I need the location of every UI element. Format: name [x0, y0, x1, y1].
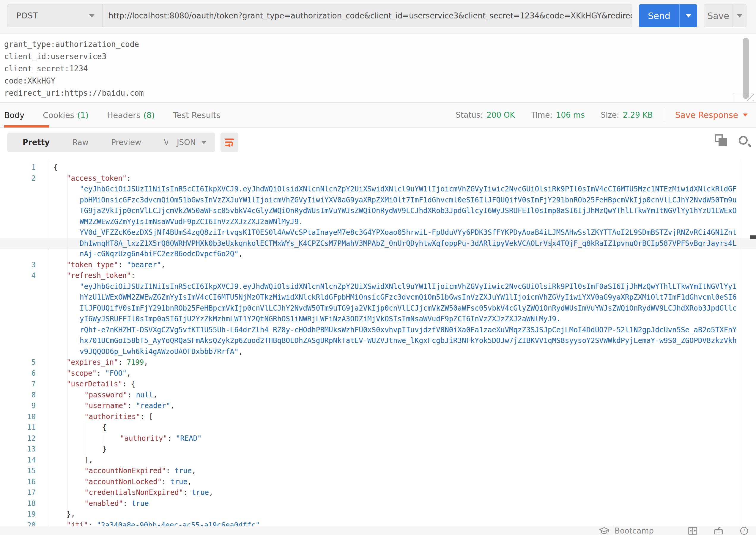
indent-guide — [67, 184, 68, 195]
indent-guide — [67, 422, 68, 433]
code-line[interactable]: Dh1wnqHT8A_lxzZ1X5rQ8OWRHVPHXk0b3eUxkqnk… — [0, 238, 756, 249]
save-options-button[interactable] — [733, 5, 746, 27]
param-line: grant_type:authorization_code — [4, 38, 756, 50]
code-line[interactable]: 1{ — [0, 162, 756, 173]
code-line[interactable]: 5"expires_in": 7199, — [0, 357, 756, 368]
url-input[interactable]: http://localhost:8080/oauth/token?grant_… — [102, 5, 632, 27]
code-line[interactable]: 7"userDetails": { — [0, 379, 756, 390]
tab-headers[interactable]: Headers (8) — [107, 111, 155, 120]
scrollbar-thumb[interactable] — [743, 38, 749, 99]
code-line[interactable]: yI6WyJSRUFEIl0sImp0aSI6IjU2YzZkMzhmLWI1Y… — [0, 314, 756, 324]
indent-guide — [67, 303, 68, 314]
chevron-down-icon — [201, 141, 207, 144]
indent-guide — [67, 509, 68, 520]
line-number: 14 — [0, 455, 36, 466]
line-number — [0, 346, 36, 357]
keyboard-icon[interactable] — [714, 527, 723, 535]
code-line[interactable]: 3"token_type": "bearer", — [0, 260, 756, 270]
code-line[interactable]: WM2ZWEwZGZmYyIsImNsaWVudF9pZCI6InVzZXJzZ… — [0, 216, 756, 227]
code-text: pbHMiOnsicGFzc3dvcmQiOm51bGwsInVzZXJuYW1… — [53, 195, 756, 206]
code-line[interactable]: YV0d_VFZZcK6ezDXSjNf4BUmS4zgQ8ziIrtvqsK1… — [0, 227, 756, 238]
code-line[interactable]: 19}, — [0, 509, 756, 520]
send-button[interactable]: Send — [639, 4, 679, 27]
line-number: 13 — [0, 444, 36, 455]
code-line[interactable]: nAj-cGNqzUzg6n4biFC2ezB6odcDvpcf6o2Q", — [0, 248, 756, 260]
code-line[interactable]: 18"enabled": true — [0, 498, 756, 509]
chevron-down-icon — [737, 14, 742, 17]
send-options-button[interactable] — [679, 4, 697, 27]
view-raw[interactable]: Raw — [61, 138, 100, 147]
code-line[interactable]: 9"username": "reader", — [0, 400, 756, 411]
save-button[interactable]: Save — [704, 5, 733, 27]
code-line[interactable]: 4"refresh_token": — [0, 270, 756, 281]
indent-guide — [67, 520, 68, 526]
code-text: "password": null, — [53, 390, 756, 401]
indent-guide — [67, 368, 68, 379]
copy-icon[interactable] — [715, 134, 727, 146]
line-number: 8 — [0, 390, 36, 401]
code-line[interactable]: 10"authorities": [ — [0, 411, 756, 422]
line-number: 11 — [0, 422, 36, 433]
headers-count: (8) — [144, 111, 155, 120]
two-pane-icon[interactable] — [688, 527, 697, 535]
code-line[interactable]: 16"accountNonLocked": true, — [0, 476, 756, 488]
time-badge: Time: 106 ms — [531, 111, 585, 120]
code-line[interactable]: TG9ja2VkIjp0cnVlLCJjcmVkZW50aWFsc05vbkV4… — [0, 205, 756, 216]
help-icon[interactable]: ? — [740, 527, 748, 535]
url-group: POST http://localhost:8080/oauth/token?g… — [7, 4, 632, 27]
format-dropdown[interactable]: JSON — [168, 132, 215, 152]
format-label: JSON — [177, 138, 196, 147]
code-text: nAj-cGNqzUzg6n4biFC2ezB6odcDvpcf6o2Q", — [53, 248, 756, 260]
code-text: "username": "reader", — [53, 400, 756, 411]
code-text: hx701UCmGoI58bT5_AyYoQRQaSFmAksQZyk2p6Zu… — [53, 335, 756, 346]
code-line[interactable]: 14], — [0, 455, 756, 466]
line-number — [0, 184, 36, 195]
response-tabs: Body Cookies (1) Headers (8) Test Result… — [0, 111, 220, 120]
code-line[interactable]: 2"access_token": — [0, 173, 756, 184]
search-icon[interactable] — [739, 136, 748, 145]
code-line[interactable]: "eyJhbGciOiJSUzI1NiIsInR5cCI6IkpXVCJ9.ey… — [0, 281, 756, 292]
code-text: YV0d_VFZZcK6ezDXSjNf4BUmS4zgQ8ziIrtvqsK1… — [53, 227, 756, 238]
code-line[interactable]: hx701UCmGoI58bT5_AyYoQRQaSFmAksQZyk2p6Zu… — [0, 335, 756, 346]
indent-guide — [67, 173, 68, 184]
json-code: 1{2"access_token":"eyJhbGciOiJSUzI1NiIsI… — [0, 162, 756, 526]
code-text: v9JQQOD6p_Lwh6ki4gAWzoUAOFDxbbb7RrfA", — [53, 346, 756, 357]
code-text: "scope": "FOO", — [53, 368, 756, 379]
code-text: yI6WyJSRUFEIl0sImp0aSI6IjU2YzZkMzhmLWI1Y… — [53, 314, 756, 324]
code-line[interactable]: rQhf-e7nKHZHT-DSVXgCZVg5vfKT1U55Uh-L64dr… — [0, 324, 756, 336]
resize-handle[interactable] — [733, 94, 756, 102]
response-body-editor[interactable]: 1{2"access_token":"eyJhbGciOiJSUzI1NiIsI… — [0, 160, 756, 526]
code-line[interactable]: 20"jti": "2a340a8e-90bb-4eec-ac55-a19c6e… — [0, 520, 756, 526]
request-body-panel[interactable]: grant_type:authorization_code client_id:… — [0, 34, 756, 102]
indent-guide — [67, 411, 68, 422]
view-preview[interactable]: Preview — [100, 138, 153, 147]
code-line[interactable]: 15"accountNonExpired": true, — [0, 465, 756, 476]
tab-test-results[interactable]: Test Results — [173, 111, 220, 120]
indent-guide — [67, 205, 68, 216]
code-line[interactable]: 8"password": null, — [0, 390, 756, 401]
code-line[interactable]: 12"authority": "READ" — [0, 433, 756, 444]
code-line[interactable]: 11{ — [0, 422, 756, 433]
code-line[interactable]: 17"credentialsNonExpired": true, — [0, 487, 756, 498]
bootcamp-button[interactable]: Bootcamp — [599, 526, 654, 535]
save-response-button[interactable]: Save Response — [675, 110, 748, 120]
chevron-down-icon — [743, 114, 748, 117]
code-line[interactable]: pbHMiOnsicGFzc3dvcmQiOm51bGwsInVzZXJuYW1… — [0, 195, 756, 206]
wrap-lines-button[interactable] — [220, 132, 238, 152]
code-line[interactable]: hYzU1LWExOWM2ZWEwZGZmYyIsImV4cCI6MTU5NjM… — [0, 292, 756, 303]
view-pretty[interactable]: Pretty — [11, 138, 61, 147]
line-number: 3 — [0, 260, 36, 270]
line-number — [0, 238, 36, 248]
code-line[interactable]: v9JQQOD6p_Lwh6ki4gAWzoUAOFDxbbb7RrfA", — [0, 346, 756, 357]
cookies-count: (1) — [77, 111, 89, 120]
code-line[interactable]: IlJFQUQifV0sImFjY291bnROb25FeHBpcmVkIjp0… — [0, 303, 756, 314]
response-meta: Status: 200 OK Time: 106 ms Size: 2.29 K… — [440, 108, 756, 122]
indent-guide — [67, 433, 68, 444]
tab-body[interactable]: Body — [4, 111, 24, 120]
code-line[interactable]: 6"scope": "FOO", — [0, 368, 756, 379]
size-badge: Size: 2.29 KB — [601, 111, 653, 120]
method-dropdown[interactable]: POST — [8, 5, 102, 27]
tab-cookies[interactable]: Cookies (1) — [43, 111, 89, 120]
code-line[interactable]: 13} — [0, 444, 756, 455]
code-line[interactable]: "eyJhbGciOiJSUzI1NiIsInR5cCI6IkpXVCJ9.ey… — [0, 184, 756, 195]
